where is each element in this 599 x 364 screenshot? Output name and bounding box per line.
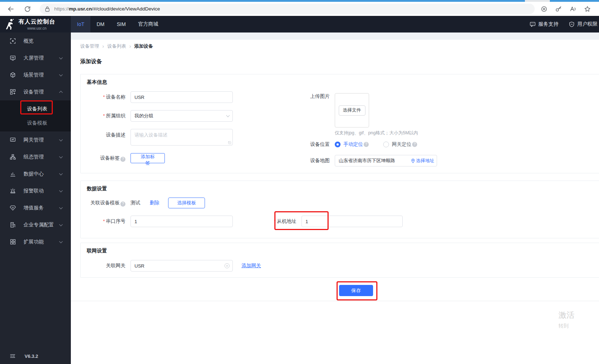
logo[interactable]: 有人云控制台 www.usr.cn bbox=[0, 16, 71, 32]
usr-person-logo-icon bbox=[5, 19, 15, 30]
description-label: 设备描述 bbox=[81, 129, 131, 138]
sidebar: 概览 大屏管理 场景管理 设备管理 设备列表 设备模板 网关管理 bbox=[0, 32, 71, 364]
service-support-link[interactable]: 服务支持 bbox=[530, 21, 559, 27]
sidebar-item-alarm-linkage[interactable]: 报警联动 bbox=[0, 182, 71, 199]
organization-select[interactable] bbox=[131, 110, 233, 122]
sidebar-item-overview[interactable]: 概览 bbox=[0, 32, 71, 49]
sidebar-subitem-device-list[interactable]: 设备列表 bbox=[0, 102, 71, 116]
content-panel: 设备管理 › 设备列表 › 添加设备 添加设备 基本信息 *设备名称 *所属组织 bbox=[71, 40, 599, 364]
slave-address-input[interactable] bbox=[301, 216, 403, 227]
upload-hint: 仅支持jpg、gif、png格式；大小为5M以内 bbox=[335, 130, 418, 136]
panel-divider bbox=[71, 301, 599, 301]
add-gateway-link[interactable]: 添加网关 bbox=[241, 263, 261, 269]
gateway-locate-radio[interactable] bbox=[383, 142, 389, 147]
device-name-label: *设备名称 bbox=[81, 94, 131, 100]
breadcrumb-device-mgmt[interactable]: 设备管理 bbox=[80, 43, 99, 49]
choose-address-link[interactable]: 选择地址 bbox=[411, 158, 434, 164]
shield-icon bbox=[569, 21, 575, 27]
upload-dropzone[interactable]: 选择文件 bbox=[335, 93, 369, 127]
sidebar-item-device-mgmt[interactable]: 设备管理 bbox=[0, 83, 71, 100]
sidebar-item-screen-mgmt[interactable]: 大屏管理 bbox=[0, 49, 71, 66]
sidebar-item-scene-mgmt[interactable]: 场景管理 bbox=[0, 66, 71, 83]
grid-icon bbox=[10, 239, 16, 245]
collapse-sidebar-icon[interactable] bbox=[10, 353, 16, 359]
chevron-down-icon bbox=[59, 56, 63, 59]
help-icon[interactable] bbox=[412, 142, 417, 147]
device-map-label: 设备地图 bbox=[285, 157, 335, 164]
clear-input-icon[interactable] bbox=[224, 263, 230, 268]
basic-info-title: 基本信息 bbox=[87, 79, 107, 86]
gem-icon bbox=[10, 205, 16, 211]
tags-label: 设备标签 bbox=[81, 155, 131, 162]
help-icon[interactable] bbox=[120, 157, 125, 162]
template-delete-link[interactable]: 删除 bbox=[150, 200, 159, 206]
read-aloud-icon[interactable] bbox=[569, 5, 577, 13]
bar-chart-icon bbox=[10, 171, 16, 177]
choose-file-button[interactable]: 选择文件 bbox=[339, 105, 365, 116]
sidebar-item-config-mgmt[interactable]: 组态管理 bbox=[0, 148, 71, 165]
breadcrumb-device-list[interactable]: 设备列表 bbox=[107, 43, 126, 49]
user-permission-link[interactable]: 用户权限 bbox=[569, 21, 598, 27]
breadcrumb: 设备管理 › 设备列表 › 添加设备 bbox=[80, 43, 153, 49]
chevron-down-icon bbox=[59, 138, 63, 141]
sidebar-subitem-device-template[interactable]: 设备模板 bbox=[0, 116, 71, 130]
manual-locate-radio[interactable] bbox=[335, 142, 341, 147]
send-to-device-icon[interactable] bbox=[540, 5, 548, 13]
nav-tab-iot[interactable]: IoT bbox=[71, 16, 90, 32]
choose-template-button[interactable]: 选择模板 bbox=[168, 198, 205, 208]
chevron-down-icon bbox=[59, 155, 63, 158]
sidebar-item-extensions[interactable]: 扩展功能 bbox=[0, 233, 71, 250]
organization-label: *所属组织 bbox=[81, 113, 131, 119]
sidebar-item-gateway-mgmt[interactable]: 网关管理 bbox=[0, 131, 71, 148]
gateway-icon bbox=[10, 137, 16, 143]
serial-port-label: *串口序号 bbox=[81, 218, 131, 225]
nav-tab-mall[interactable]: 官方商城 bbox=[132, 16, 164, 32]
password-key-icon[interactable] bbox=[555, 5, 562, 13]
chevron-up-icon bbox=[59, 91, 63, 94]
scene-cube-icon bbox=[10, 72, 16, 78]
browser-refresh-icon[interactable] bbox=[24, 5, 31, 13]
topology-icon bbox=[10, 154, 16, 160]
location-pin-icon bbox=[411, 159, 415, 163]
breadcrumb-separator: › bbox=[129, 43, 131, 49]
activation-watermark: 激活 转到 bbox=[559, 310, 574, 329]
chevron-down-icon bbox=[59, 188, 63, 192]
gateway-input[interactable] bbox=[131, 260, 233, 272]
favorite-star-icon[interactable] bbox=[584, 5, 591, 13]
sidebar-item-enterprise-config[interactable]: 企业专属配置 bbox=[0, 216, 71, 233]
serial-port-input[interactable] bbox=[131, 216, 233, 227]
building-icon bbox=[10, 222, 16, 228]
top-navbar: 有人云控制台 www.usr.cn IoT DM SIM 官方商城 服务支持 用… bbox=[0, 16, 599, 32]
version-label: V6.3.2 bbox=[25, 354, 38, 359]
manual-locate-label[interactable]: 手动定位 bbox=[343, 141, 363, 148]
description-textarea[interactable] bbox=[131, 129, 233, 146]
help-icon[interactable] bbox=[364, 142, 369, 147]
browser-back-icon[interactable] bbox=[7, 5, 14, 13]
breadcrumb-separator: › bbox=[102, 43, 104, 49]
upload-image-label: 上传图片 bbox=[285, 93, 335, 100]
chevron-down-icon bbox=[59, 222, 63, 226]
device-name-input[interactable] bbox=[131, 91, 233, 103]
add-tag-button[interactable]: 添加标签 bbox=[131, 153, 165, 163]
screen-icon bbox=[10, 55, 16, 61]
nav-tab-dm[interactable]: DM bbox=[90, 16, 111, 32]
sidebar-item-value-services[interactable]: 增值服务 bbox=[0, 199, 71, 216]
data-settings-card: 数据设置 关联设备模板 测试 删除 选择模板 *串口序号 *从机地址 bbox=[80, 181, 599, 238]
network-settings-card: 联网设置 关联网关 添加网关 bbox=[80, 243, 599, 278]
overview-icon bbox=[10, 38, 16, 44]
sidebar-item-data-center[interactable]: 数据中心 bbox=[0, 165, 71, 182]
chevron-down-icon bbox=[59, 239, 63, 243]
chevron-down-icon bbox=[59, 205, 63, 209]
network-settings-title: 联网设置 bbox=[87, 248, 107, 254]
url-bar[interactable]: https://mp.usr.cn/#/cloud/device/ViewAdd… bbox=[40, 4, 535, 14]
logo-subtitle: www.usr.cn bbox=[27, 26, 46, 30]
gateway-locate-label[interactable]: 网关定位 bbox=[392, 141, 411, 148]
basic-info-card: 基本信息 *设备名称 *所属组织 设备描述 bbox=[80, 74, 599, 173]
nav-tab-sim[interactable]: SIM bbox=[111, 16, 132, 32]
url-text: https://mp.usr.cn/#/cloud/device/ViewAdd… bbox=[54, 6, 160, 12]
page-title: 添加设备 bbox=[80, 58, 102, 65]
organization-select-value[interactable] bbox=[131, 110, 233, 122]
save-button[interactable]: 保存 bbox=[339, 285, 373, 296]
help-icon[interactable] bbox=[120, 202, 125, 207]
chevron-down-icon bbox=[59, 172, 63, 175]
